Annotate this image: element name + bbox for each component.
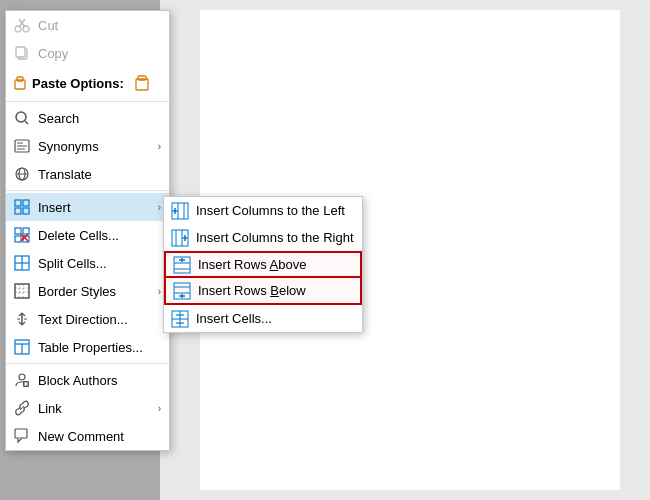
svg-point-10 [16, 112, 26, 122]
insert-submenu: Insert Columns to the Left Insert Column… [163, 196, 363, 333]
submenu-item-ins-col-left[interactable]: Insert Columns to the Left [164, 197, 362, 224]
menu-item-insert[interactable]: Insert › [6, 193, 169, 221]
new-comment-icon [12, 426, 32, 446]
border-styles-arrow: › [158, 286, 161, 297]
context-menu: Cut Copy Paste Options: [5, 10, 170, 451]
menu-item-search[interactable]: Search [6, 104, 169, 132]
delete-cells-icon [12, 225, 32, 245]
synonyms-label: Synonyms [38, 139, 158, 154]
ins-col-right-label: Insert Columns to the Right [196, 230, 354, 245]
submenu-item-ins-cells[interactable]: Insert Cells... [164, 305, 362, 332]
new-comment-label: New Comment [38, 429, 161, 444]
menu-item-link[interactable]: Link › [6, 394, 169, 422]
table-properties-label: Table Properties... [38, 340, 161, 355]
link-label: Link [38, 401, 158, 416]
copy-label: Copy [38, 46, 161, 61]
insert-arrow: › [158, 202, 161, 213]
ins-row-above-label: Insert Rows Above [198, 257, 352, 272]
svg-rect-19 [15, 200, 21, 206]
ins-cells-label: Insert Cells... [196, 311, 354, 326]
svg-rect-48 [15, 429, 27, 438]
svg-line-11 [25, 121, 28, 124]
translate-icon [12, 164, 32, 184]
menu-item-table-properties[interactable]: Table Properties... [6, 333, 169, 361]
submenu-item-ins-col-right[interactable]: Insert Columns to the Right [164, 224, 362, 251]
submenu-item-ins-row-below[interactable]: Insert Rows Below [164, 278, 362, 305]
copy-icon [12, 43, 32, 63]
svg-rect-8 [136, 79, 148, 90]
translate-label: Translate [38, 167, 161, 182]
ins-row-below-label: Insert Rows Below [198, 283, 352, 298]
svg-rect-21 [15, 208, 21, 214]
paste-options-section: Paste Options: [6, 67, 169, 99]
svg-rect-9 [138, 76, 146, 80]
border-styles-icon [12, 281, 32, 301]
synonyms-icon [12, 136, 32, 156]
paste-options-label: Paste Options: [32, 76, 124, 91]
cut-label: Cut [38, 18, 161, 33]
cut-icon [12, 15, 32, 35]
insert-icon [12, 197, 32, 217]
menu-item-translate[interactable]: Translate [6, 160, 169, 188]
submenu-item-ins-row-above[interactable]: Insert Rows Above [164, 251, 362, 278]
delete-cells-label: Delete Cells... [38, 228, 161, 243]
split-cells-label: Split Cells... [38, 256, 161, 271]
svg-rect-24 [23, 228, 29, 234]
svg-rect-32 [15, 284, 29, 298]
search-icon [12, 108, 32, 128]
menu-item-delete-cells[interactable]: Delete Cells... [6, 221, 169, 249]
block-authors-label: Block Authors [38, 373, 161, 388]
svg-rect-25 [15, 236, 21, 242]
insert-label: Insert [38, 200, 158, 215]
search-label: Search [38, 111, 161, 126]
menu-item-block-authors[interactable]: Block Authors [6, 366, 169, 394]
table-properties-icon [12, 337, 32, 357]
menu-item-border-styles[interactable]: Border Styles › [6, 277, 169, 305]
menu-item-copy[interactable]: Copy [6, 39, 169, 67]
menu-item-split-cells[interactable]: Split Cells... [6, 249, 169, 277]
menu-item-text-direction[interactable]: Text Direction... [6, 305, 169, 333]
svg-rect-7 [17, 77, 23, 81]
separator-1 [6, 101, 169, 102]
separator-2 [6, 190, 169, 191]
ins-col-left-label: Insert Columns to the Left [196, 203, 354, 218]
paste-default-button[interactable] [128, 69, 156, 97]
svg-point-3 [23, 26, 29, 32]
text-direction-label: Text Direction... [38, 312, 161, 327]
svg-point-43 [19, 374, 25, 380]
ins-col-left-icon [170, 201, 190, 221]
svg-rect-20 [23, 200, 29, 206]
text-direction-icon [12, 309, 32, 329]
ins-row-below-icon [172, 281, 192, 301]
block-authors-icon [12, 370, 32, 390]
link-icon [12, 398, 32, 418]
menu-item-synonyms[interactable]: Synonyms › [6, 132, 169, 160]
svg-point-2 [15, 26, 21, 32]
svg-rect-23 [15, 228, 21, 234]
border-styles-label: Border Styles [38, 284, 158, 299]
paste-icon [12, 75, 28, 91]
menu-item-cut[interactable]: Cut [6, 11, 169, 39]
svg-rect-22 [23, 208, 29, 214]
separator-3 [6, 363, 169, 364]
ins-cells-icon [170, 309, 190, 329]
link-arrow: › [158, 403, 161, 414]
svg-rect-5 [16, 47, 25, 57]
synonyms-arrow: › [158, 141, 161, 152]
split-cells-icon [12, 253, 32, 273]
menu-item-new-comment[interactable]: New Comment [6, 422, 169, 450]
ins-col-right-icon [170, 228, 190, 248]
ins-row-above-icon [172, 255, 192, 275]
